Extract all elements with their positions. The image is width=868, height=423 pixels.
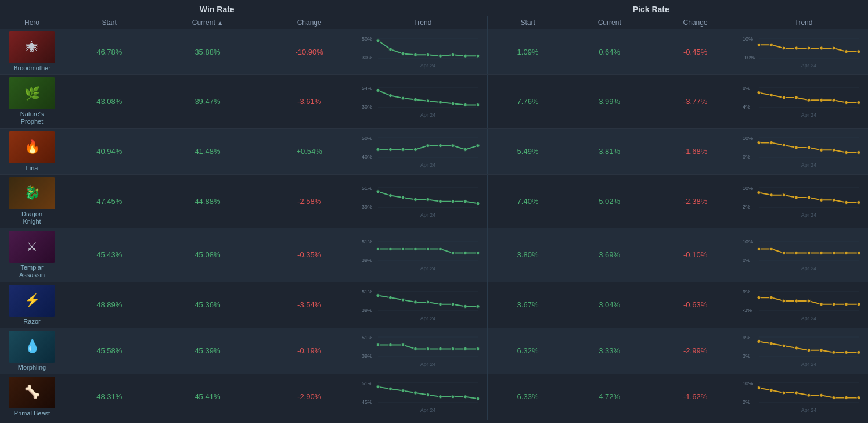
- wr-current: 39.47%: [154, 75, 260, 128]
- hero-name: TemplarAssassin: [3, 264, 60, 279]
- hero-cell: 💧 Morphling: [0, 328, 64, 374]
- hero-cell: 🔥 Lina: [0, 128, 64, 174]
- svg-point-21: [795, 46, 798, 50]
- svg-point-68: [476, 144, 480, 148]
- hero-name: Broodmother: [3, 64, 60, 72]
- hero-icon: 🐉: [24, 185, 40, 200]
- svg-point-208: [476, 397, 480, 401]
- hero-avatar: 🦴: [9, 377, 55, 408]
- hero-name: Primal Beast: [3, 410, 60, 417]
- pr-current: 3.99%: [567, 75, 651, 128]
- svg-point-218: [807, 394, 811, 397]
- wr-change: -3.54%: [260, 282, 358, 328]
- wr-current: 44.88%: [154, 174, 260, 228]
- svg-point-22: [807, 46, 811, 50]
- hero-avatar: ⚔: [9, 231, 55, 263]
- svg-point-35: [413, 98, 417, 102]
- stats-table: Hero Start Current ▲ Change Trend Start …: [0, 16, 868, 420]
- hero-icon: 🦴: [24, 385, 40, 400]
- svg-point-162: [807, 299, 811, 303]
- svg-text:3%: 3%: [743, 353, 750, 359]
- hero-cell: 🌿 Nature'sProphet: [0, 75, 64, 128]
- svg-point-5: [388, 47, 392, 51]
- svg-point-52: [832, 99, 835, 102]
- svg-point-136: [832, 252, 835, 255]
- pr-current: 5.02%: [567, 174, 651, 228]
- svg-text:Apr 24: Apr 24: [801, 266, 817, 271]
- svg-text:4%: 4%: [743, 104, 750, 110]
- svg-point-90: [401, 196, 405, 199]
- svg-point-145: [388, 296, 392, 299]
- svg-point-39: [463, 103, 467, 107]
- svg-point-193: [845, 351, 848, 354]
- table-body: 🕷 Broodmother 46.78% 35.88% -10.90% 50% …: [0, 29, 868, 420]
- hero-name: Lina: [3, 164, 60, 172]
- svg-point-178: [451, 347, 455, 351]
- col-wr-trend: Trend: [358, 16, 487, 29]
- svg-point-132: [782, 252, 786, 255]
- section-titles: Win Rate Pick Rate: [0, 0, 868, 16]
- svg-text:10%: 10%: [743, 381, 753, 386]
- hero-icon: 🔥: [24, 139, 40, 155]
- svg-text:Apr 24: Apr 24: [420, 63, 436, 69]
- svg-point-78: [807, 146, 811, 149]
- pr-start: 6.32%: [488, 328, 567, 374]
- svg-point-110: [857, 200, 860, 204]
- table-row: 🔥 Lina 40.94% 41.48% +0.54% 50% 40% Apr …: [0, 128, 868, 174]
- svg-text:45%: 45%: [362, 399, 372, 405]
- wr-change: -2.90%: [260, 374, 358, 420]
- svg-point-118: [401, 248, 405, 251]
- svg-point-148: [426, 300, 430, 304]
- svg-text:9%: 9%: [743, 289, 750, 295]
- svg-point-204: [426, 393, 430, 397]
- svg-point-37: [438, 101, 442, 104]
- table-row: ⚡ Razor 48.89% 45.36% -3.54% 51% 39% Apr…: [0, 282, 868, 328]
- win-rate-title: Win Rate: [200, 5, 235, 14]
- svg-point-36: [426, 99, 430, 103]
- svg-text:39%: 39%: [362, 204, 372, 210]
- svg-point-88: [376, 190, 380, 193]
- wr-start: 45.58%: [64, 328, 154, 374]
- svg-point-205: [438, 395, 442, 399]
- svg-point-180: [476, 347, 480, 351]
- pr-start: 3.67%: [488, 282, 567, 328]
- svg-point-64: [426, 144, 430, 148]
- pr-change: -2.99%: [651, 328, 739, 374]
- svg-text:51%: 51%: [362, 289, 372, 295]
- svg-text:10%: 10%: [743, 36, 753, 42]
- svg-point-93: [438, 200, 442, 203]
- svg-point-95: [463, 200, 467, 203]
- svg-point-150: [451, 303, 455, 306]
- svg-point-144: [376, 294, 380, 297]
- hero-name: Razor: [3, 318, 60, 325]
- wr-change: +0.54%: [260, 128, 358, 174]
- svg-point-131: [770, 248, 773, 251]
- svg-text:Apr 24: Apr 24: [420, 266, 436, 271]
- svg-point-217: [795, 391, 798, 395]
- wr-trend: 54% 30% Apr 24: [358, 75, 487, 128]
- svg-text:30%: 30%: [362, 55, 372, 60]
- pr-current: 4.72%: [567, 374, 651, 420]
- svg-point-194: [857, 351, 860, 354]
- col-wr-current[interactable]: Current ▲: [154, 16, 260, 29]
- svg-point-53: [845, 101, 848, 105]
- pr-trend: 10% 2% Apr 24: [739, 174, 868, 228]
- pr-current: 3.81%: [567, 128, 651, 174]
- svg-text:51%: 51%: [362, 335, 372, 340]
- svg-text:39%: 39%: [362, 307, 372, 313]
- svg-text:Apr 24: Apr 24: [801, 63, 817, 69]
- svg-text:51%: 51%: [362, 381, 372, 386]
- svg-text:10%: 10%: [743, 239, 753, 245]
- svg-point-121: [438, 248, 442, 251]
- svg-text:40%: 40%: [362, 154, 372, 160]
- svg-point-163: [820, 303, 823, 306]
- svg-point-26: [857, 49, 860, 53]
- hero-name: DragonKnight: [3, 210, 60, 225]
- svg-point-160: [782, 299, 786, 303]
- svg-point-23: [820, 46, 823, 50]
- svg-point-186: [757, 340, 761, 343]
- pr-trend: 9% -3% Apr 24: [739, 282, 868, 328]
- svg-point-216: [782, 391, 786, 395]
- svg-text:51%: 51%: [362, 239, 372, 245]
- svg-point-66: [451, 144, 455, 148]
